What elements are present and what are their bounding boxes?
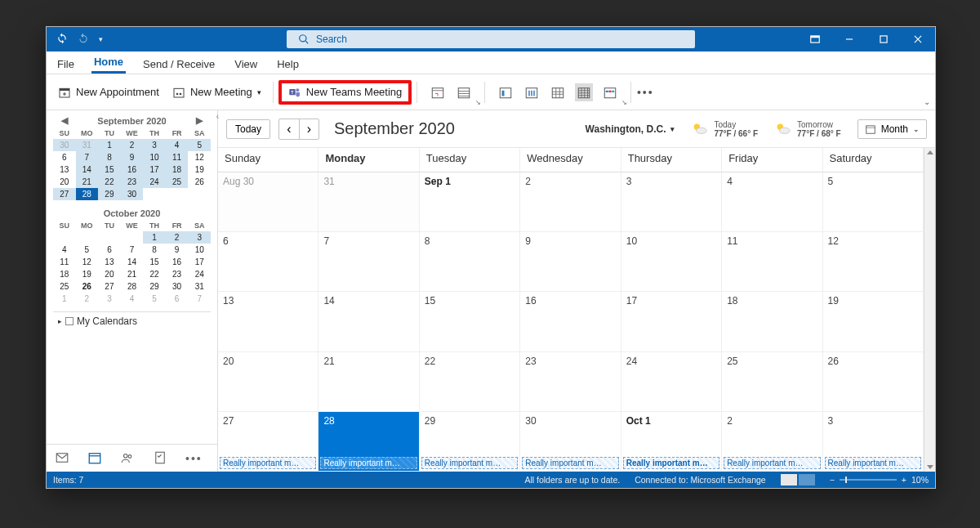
mail-nav-icon[interactable]	[55, 450, 69, 467]
calendar-event[interactable]: Really important m…	[522, 457, 618, 469]
mini-cal-day[interactable]: 8	[98, 151, 121, 163]
mini-cal-day[interactable]: 9	[121, 151, 144, 163]
calendar-day[interactable]: 19	[823, 292, 924, 351]
calendar-event[interactable]: Really important m…	[825, 457, 921, 469]
new-teams-meeting-button[interactable]: T New Teams Meeting	[278, 80, 412, 105]
close-icon[interactable]	[901, 27, 935, 51]
tab-send-receive[interactable]: Send / Receive	[140, 55, 217, 74]
calendar-day[interactable]: 28Really important m…	[318, 412, 419, 472]
calendar-day[interactable]: 13	[218, 292, 318, 351]
mini-cal-day[interactable]: 30	[166, 280, 189, 293]
mini-cal-day[interactable]: 5	[76, 244, 99, 256]
mini-cal-day[interactable]: 10	[143, 151, 166, 163]
mini-cal-day[interactable]	[121, 231, 144, 244]
calendar-day[interactable]: Oct 1Really important m…	[621, 412, 722, 472]
new-meeting-button[interactable]: New Meeting ▾	[166, 83, 268, 102]
vertical-scrollbar[interactable]	[924, 148, 935, 472]
minimize-icon[interactable]	[832, 27, 866, 51]
my-calendars-toggle[interactable]: ▸ My Calendars	[53, 311, 211, 330]
mini-cal-day[interactable]: 13	[53, 163, 76, 176]
mini-cal-day[interactable]	[53, 231, 76, 244]
calendar-day[interactable]: 4	[722, 172, 822, 232]
mini-cal-day[interactable]: 16	[166, 256, 189, 268]
mini-cal-day[interactable]	[143, 188, 166, 200]
calendar-event[interactable]: Really important m…	[220, 457, 316, 469]
calendar-day[interactable]: 5	[823, 172, 924, 232]
calendar-day[interactable]: 8	[420, 232, 520, 292]
mini-cal-day[interactable]: 4	[121, 293, 144, 305]
mini-cal-day[interactable]: 23	[121, 176, 144, 188]
mini-cal-day[interactable]: 3	[143, 139, 166, 151]
view-selector-button[interactable]: Month ⌄	[858, 119, 927, 139]
zoom-out-icon[interactable]: −	[830, 475, 835, 485]
calendar-day[interactable]: 25	[722, 352, 822, 412]
calendar-nav-icon[interactable]	[87, 450, 102, 467]
calendar-day[interactable]: 31	[318, 172, 419, 232]
calendar-day[interactable]: 17	[621, 292, 722, 351]
tab-home[interactable]: Home	[91, 52, 126, 74]
calendar-event[interactable]: Really important m…	[320, 457, 416, 469]
mini-cal-day[interactable]: 10	[188, 244, 211, 256]
mini-cal-day[interactable]: 5	[143, 293, 166, 305]
zoom-control[interactable]: − + 10%	[830, 475, 929, 485]
nav-more-icon[interactable]: •••	[185, 452, 203, 465]
mini-cal-day[interactable]: 20	[98, 268, 121, 280]
mini-cal-day[interactable]: 13	[98, 256, 121, 268]
calendar-day[interactable]: 3	[621, 172, 722, 232]
ribbon-more-icon[interactable]: •••	[636, 83, 654, 101]
calendar-day[interactable]: 23	[520, 352, 621, 412]
mini-cal-day[interactable]: 20	[53, 176, 76, 188]
mini-cal-day[interactable]: 6	[98, 244, 121, 256]
group-launcher-icon[interactable]: ↘	[475, 99, 481, 106]
mini-cal-day[interactable]: 25	[166, 176, 189, 188]
mini-cal-day[interactable]: 6	[166, 293, 189, 305]
search-box[interactable]: Search	[287, 30, 695, 48]
calendar-day[interactable]: 26	[823, 352, 924, 412]
mini-cal-day[interactable]: 18	[53, 268, 76, 280]
mini-cal-day[interactable]: 19	[76, 268, 99, 280]
calendar-day[interactable]: 30Really important m…	[520, 412, 621, 472]
calendar-day[interactable]: 27Really important m…	[218, 412, 318, 472]
mini-cal-day[interactable]: 31	[76, 139, 99, 151]
mini-cal-day[interactable]: 30	[53, 139, 76, 151]
calendar-day[interactable]: 22	[420, 352, 520, 412]
calendar-event[interactable]: Really important m…	[623, 457, 719, 469]
ribbon-display-icon[interactable]	[798, 27, 832, 51]
view-toggle[interactable]	[781, 474, 815, 485]
mini-cal-day[interactable]: 4	[53, 244, 76, 256]
tab-view[interactable]: View	[232, 55, 260, 74]
mini-cal-day[interactable]: 11	[166, 151, 189, 163]
mini-cal-day[interactable]: 15	[98, 163, 121, 176]
mini-cal-day[interactable]: 25	[53, 280, 76, 293]
mini-cal-day[interactable]: 23	[166, 268, 189, 280]
tab-help[interactable]: Help	[274, 55, 301, 74]
calendar-day[interactable]: 21	[318, 352, 419, 412]
calendar-day[interactable]: Sep 1	[420, 172, 520, 232]
mini-cal-day[interactable]	[188, 188, 211, 200]
qat-dropdown-icon[interactable]: ▾	[99, 35, 103, 43]
mini-cal-day[interactable]: 14	[121, 256, 144, 268]
mini-cal-day[interactable]: 2	[166, 231, 189, 244]
mini-cal-day[interactable]: 11	[53, 256, 76, 268]
calendar-day[interactable]: Aug 30	[218, 172, 318, 232]
maximize-icon[interactable]	[866, 27, 901, 51]
calendar-day[interactable]: 10	[621, 232, 722, 292]
mini-cal-day[interactable]: 31	[188, 280, 211, 293]
calendar-day[interactable]: 2Really important m…	[722, 412, 822, 472]
mini-cal-day[interactable]: 12	[76, 256, 99, 268]
mini-cal-day[interactable]: 8	[143, 244, 166, 256]
month-view-icon[interactable]	[575, 83, 593, 101]
calendar-day[interactable]: 12	[823, 232, 924, 292]
mini-cal-day[interactable]: 7	[188, 293, 211, 305]
mini-cal-day[interactable]: 28	[121, 280, 144, 293]
calendar-day[interactable]: 15	[420, 292, 520, 351]
work-week-view-icon[interactable]	[523, 83, 541, 101]
mini-cal-day[interactable]: 2	[121, 139, 144, 151]
mini-cal-day[interactable]: 27	[53, 188, 76, 200]
mini-cal-day[interactable]: 18	[166, 163, 189, 176]
mini-cal-day[interactable]: 2	[76, 293, 99, 305]
mini-cal-day[interactable]: 1	[143, 231, 166, 244]
undo-icon[interactable]	[78, 33, 89, 47]
calendar-day[interactable]: 11	[722, 232, 822, 292]
prev-period-icon[interactable]: ‹	[279, 119, 299, 139]
